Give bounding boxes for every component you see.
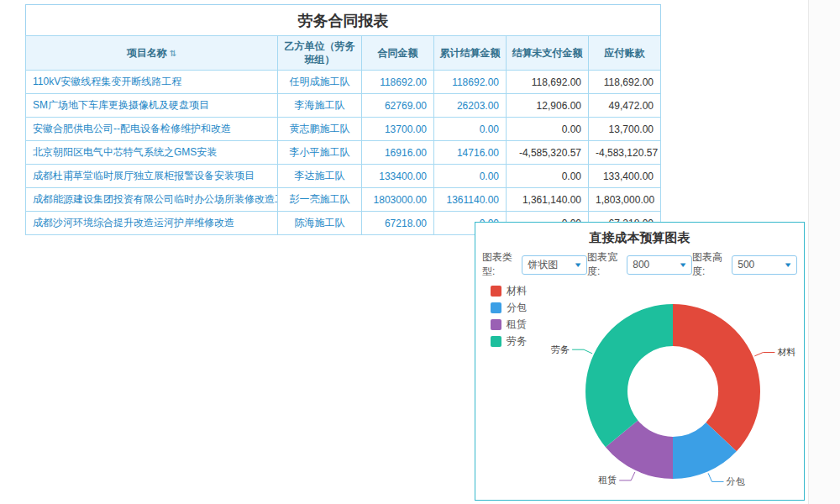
cell-party-b-unit: 彭一亮施工队 (278, 188, 362, 212)
report-table: 项目名称⇅乙方单位（劳务班组）合同金额累计结算金额结算未支付金额应付账款 110… (25, 35, 661, 235)
chart-area: 材料分包租赁劳务 材料分包租赁劳务 (475, 277, 804, 502)
cell-contract-amount: 62769.00 (362, 94, 434, 118)
cell-party-b-unit: 李海施工队 (278, 94, 362, 118)
cell-accounts-payable: 13,700.00 (589, 118, 661, 141)
sort-icon[interactable]: ⇅ (170, 49, 176, 58)
control-chart-type: 图表类型:饼状图▼ (482, 250, 587, 279)
label-leader-line (708, 473, 723, 481)
column-header-contract-amount: 合同金额 (362, 36, 434, 71)
cell-contract-amount: 67218.00 (362, 212, 434, 235)
cell-settled-unpaid: 0.00 (507, 118, 589, 141)
label-leader-line (572, 349, 592, 354)
project-name-link[interactable]: SM广场地下车库更换摄像机及硬盘项目 (26, 94, 278, 118)
cell-contract-amount: 16916.00 (362, 141, 434, 165)
cell-settled-unpaid: 0.00 (507, 165, 589, 188)
column-header-cumulative-settlement: 累计结算金额 (434, 36, 507, 71)
cell-contract-amount: 1803000.00 (362, 188, 434, 212)
column-header-settled-unpaid: 结算未支付金额 (507, 36, 589, 71)
cell-cumulative-settlement: 0.00 (434, 165, 507, 188)
control-chart-width: 图表宽度:800▼ (587, 250, 692, 279)
donut-chart: 材料分包租赁劳务 (475, 284, 804, 496)
page: 劳务合同报表 项目名称⇅乙方单位（劳务班组）合同金额累计结算金额结算未支付金额应… (0, 0, 840, 504)
cell-accounts-payable: 1,803,000.00 (589, 188, 661, 212)
cell-contract-amount: 118692.00 (362, 71, 434, 94)
slice-label-材料: 材料 (777, 347, 795, 357)
table-row: 成都能源建设集团投资有限公司临时办公场所装修改造工程EPC彭一亮施工队18030… (26, 188, 661, 212)
chevron-down-icon: ▼ (678, 261, 687, 269)
project-name-link[interactable]: 安徽合肥供电公司--配电设备检修维护和改造 (26, 118, 278, 141)
slice-label-租赁: 租赁 (598, 475, 617, 485)
select-value: 饼状图 (528, 258, 558, 272)
table-row: 北京朝阳区电气中芯特气系统之GMS安装李小平施工队16916.0014716.0… (26, 141, 661, 165)
cell-accounts-payable: 133,400.00 (589, 165, 661, 188)
cell-accounts-payable: 118,692.00 (589, 71, 661, 94)
slice-label-劳务: 劳务 (551, 344, 570, 354)
cell-party-b-unit: 陈海施工队 (278, 212, 362, 235)
chart-panel-title: 直接成本预算图表 (475, 223, 804, 252)
cell-cumulative-settlement: 0.00 (434, 118, 507, 141)
cell-party-b-unit: 黄志鹏施工队 (278, 118, 362, 141)
project-name-link[interactable]: 成都沙河环境综合提升改造运河护岸维修改造 (26, 212, 278, 235)
cell-contract-amount: 13700.00 (362, 118, 434, 141)
label-leader-line (619, 472, 635, 480)
project-name-link[interactable]: 成都能源建设集团投资有限公司临时办公场所装修改造工程EPC (26, 188, 278, 212)
project-name-link[interactable]: 北京朝阳区电气中芯特气系统之GMS安装 (26, 141, 278, 165)
chevron-down-icon: ▼ (783, 261, 792, 269)
cell-settled-unpaid: -4,585,320.57 (507, 141, 589, 165)
control-chart-height: 图表高度:500▼ (692, 250, 797, 279)
table-row: 成都杜甫草堂临时展厅独立展柜报警设备安装项目李达施工队133400.000.00… (26, 165, 661, 188)
column-label: 乙方单位（劳务班组） (285, 40, 355, 66)
column-label: 合同金额 (378, 47, 418, 59)
table-header-row: 项目名称⇅乙方单位（劳务班组）合同金额累计结算金额结算未支付金额应付账款 (26, 36, 661, 71)
cell-settled-unpaid: 118,692.00 (507, 71, 589, 94)
cell-settled-unpaid: 12,906.00 (507, 94, 589, 118)
column-header-project-name[interactable]: 项目名称⇅ (26, 36, 278, 71)
cell-party-b-unit: 任明成施工队 (278, 71, 362, 94)
cell-contract-amount: 133400.00 (362, 165, 434, 188)
cell-cumulative-settlement: 14716.00 (434, 141, 507, 165)
cell-settled-unpaid: 1,361,140.00 (507, 188, 589, 212)
project-name-link[interactable]: 成都杜甫草堂临时展厅独立展柜报警设备安装项目 (26, 165, 278, 188)
pie-slice-劳务[interactable] (585, 304, 673, 447)
select-value: 800 (633, 259, 649, 270)
column-label: 累计结算金额 (440, 47, 501, 59)
chart-height-select[interactable]: 500▼ (732, 255, 797, 275)
cell-accounts-payable: -4,583,120.57 (589, 141, 661, 165)
column-header-accounts-payable: 应付账款 (589, 36, 661, 71)
control-label: 图表宽度: (587, 250, 624, 279)
cell-party-b-unit: 李小平施工队 (278, 141, 362, 165)
slice-label-分包: 分包 (727, 476, 746, 486)
label-leader-line (754, 353, 774, 356)
cell-cumulative-settlement: 1361140.00 (434, 188, 507, 212)
column-label: 项目名称 (127, 47, 167, 59)
chart-type-select[interactable]: 饼状图▼ (522, 255, 587, 275)
control-label: 图表类型: (482, 250, 519, 279)
labor-contract-report: 劳务合同报表 项目名称⇅乙方单位（劳务班组）合同金额累计结算金额结算未支付金额应… (25, 4, 661, 235)
cell-party-b-unit: 李达施工队 (278, 165, 362, 188)
project-name-link[interactable]: 110kV安徽线程集变开断线路工程 (26, 71, 278, 94)
table-row: 安徽合肥供电公司--配电设备检修维护和改造黄志鹏施工队13700.000.000… (26, 118, 661, 141)
report-title: 劳务合同报表 (25, 4, 661, 36)
table-row: 110kV安徽线程集变开断线路工程任明成施工队118692.00118692.0… (26, 71, 661, 94)
column-header-party-b-unit: 乙方单位（劳务班组） (278, 36, 362, 71)
table-row: SM广场地下车库更换摄像机及硬盘项目李海施工队62769.0026203.001… (26, 94, 661, 118)
pie-slice-材料[interactable] (673, 304, 760, 451)
cell-cumulative-settlement: 118692.00 (434, 71, 507, 94)
chevron-down-icon: ▼ (573, 261, 582, 269)
column-label: 结算未支付金额 (512, 47, 583, 59)
chart-panel: 直接成本预算图表 图表类型:饼状图▼图表宽度:800▼图表高度:500▼ 材料分… (475, 222, 805, 501)
chart-width-select[interactable]: 800▼ (627, 255, 692, 275)
chart-controls: 图表类型:饼状图▼图表宽度:800▼图表高度:500▼ (475, 252, 804, 277)
cell-accounts-payable: 49,472.00 (589, 94, 661, 118)
cell-cumulative-settlement: 26203.00 (434, 94, 507, 118)
control-label: 图表高度: (692, 250, 729, 279)
page-gutter (808, 0, 840, 504)
table-body: 110kV安徽线程集变开断线路工程任明成施工队118692.00118692.0… (26, 71, 661, 235)
column-label: 应付账款 (605, 47, 645, 59)
select-value: 500 (738, 259, 754, 270)
